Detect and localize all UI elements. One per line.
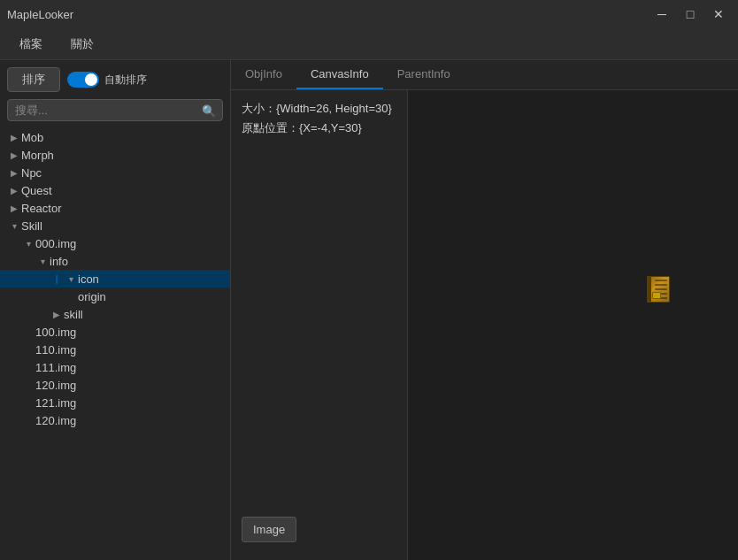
arrow-000img: ▾ bbox=[21, 236, 35, 250]
main-layout: 排序 自動排序 🔍 ▶ Mob ▶ Morph bbox=[0, 60, 738, 560]
arrow-mob: ▶ bbox=[7, 130, 21, 144]
tree-item-npc[interactable]: ▶ Npc bbox=[0, 164, 230, 181]
label-icon: icon bbox=[78, 272, 99, 286]
window-controls: ─ □ ✕ bbox=[650, 5, 731, 23]
menubar: 檔案 關於 bbox=[0, 28, 738, 60]
label-info: info bbox=[50, 255, 68, 268]
origin-property: 原點位置：{X=-4,Y=30} bbox=[242, 120, 396, 136]
arrow-130img bbox=[21, 413, 35, 427]
book-spine bbox=[648, 277, 651, 302]
search-icon: 🔍 bbox=[202, 104, 216, 118]
image-section: Image bbox=[231, 510, 407, 560]
menu-about[interactable]: 關於 bbox=[65, 33, 99, 56]
tree-item-origin[interactable]: origin bbox=[0, 288, 230, 305]
toolbar: 排序 自動排序 bbox=[0, 60, 230, 99]
arrow-120img bbox=[21, 378, 35, 392]
tree-item-110img[interactable]: 110.img bbox=[0, 341, 230, 358]
image-label: Image bbox=[242, 517, 296, 542]
sort-button[interactable]: 排序 bbox=[7, 67, 60, 92]
tree-item-121img[interactable]: 121.img bbox=[0, 394, 230, 411]
canvas-properties: 大小：{Width=26, Height=30} 原點位置：{X=-4,Y=30… bbox=[231, 90, 407, 510]
auto-sort-toggle[interactable] bbox=[67, 72, 99, 88]
arrow-icon2: ▾ bbox=[64, 272, 78, 286]
arrow-skill: ▾ bbox=[7, 219, 21, 233]
label-quest: Quest bbox=[21, 184, 52, 197]
arrow-icon: | bbox=[50, 272, 64, 286]
label-reactor: Reactor bbox=[21, 202, 62, 215]
size-property: 大小：{Width=26, Height=30} bbox=[242, 101, 396, 117]
label-110img: 110.img bbox=[35, 343, 76, 357]
sprite-container bbox=[647, 276, 670, 303]
menu-file[interactable]: 檔案 bbox=[14, 33, 48, 56]
tree-item-reactor[interactable]: ▶ Reactor bbox=[0, 199, 230, 217]
book-line-3 bbox=[655, 288, 667, 290]
auto-sort-toggle-wrapper: 自動排序 bbox=[67, 72, 147, 88]
right-panel: ObjInfo CanvasInfo ParentInfo 大小：{Width=… bbox=[231, 60, 738, 560]
arrow-quest: ▶ bbox=[7, 183, 21, 197]
tab-canvasinfo[interactable]: CanvasInfo bbox=[296, 60, 383, 89]
book-line-2 bbox=[655, 284, 667, 286]
image-preview bbox=[408, 90, 738, 560]
label-130img: 120.img bbox=[35, 414, 76, 427]
sprite-book bbox=[647, 276, 670, 303]
label-121img: 121.img bbox=[35, 396, 76, 410]
tab-objinfo[interactable]: ObjInfo bbox=[231, 60, 296, 89]
tree-container[interactable]: ▶ Mob ▶ Morph ▶ Npc ▶ Quest ▶ Reactor bbox=[0, 128, 230, 560]
label-morph: Morph bbox=[21, 149, 54, 162]
tree-item-000img[interactable]: ▾ 000.img bbox=[0, 234, 230, 252]
arrow-100img bbox=[21, 325, 35, 339]
right-content: 大小：{Width=26, Height=30} 原點位置：{X=-4,Y=30… bbox=[231, 90, 738, 560]
arrow-skill-child: ▶ bbox=[50, 307, 64, 321]
preview-canvas bbox=[408, 90, 738, 560]
arrow-121img bbox=[21, 395, 35, 410]
book-label bbox=[652, 292, 661, 299]
app-title: MapleLooker bbox=[7, 8, 73, 21]
label-skill-child: skill bbox=[64, 308, 83, 321]
titlebar: MapleLooker ─ □ ✕ bbox=[0, 0, 738, 28]
info-panel: 大小：{Width=26, Height=30} 原點位置：{X=-4,Y=30… bbox=[231, 90, 408, 560]
label-npc: Npc bbox=[21, 166, 42, 180]
tree-item-130img[interactable]: 120.img bbox=[0, 411, 230, 429]
tree-item-120img[interactable]: 120.img bbox=[0, 376, 230, 394]
tree-item-icon[interactable]: | ▾ icon bbox=[0, 270, 230, 288]
label-120img: 120.img bbox=[35, 379, 76, 392]
label-111img: 111.img bbox=[35, 361, 76, 374]
maximize-button[interactable]: □ bbox=[678, 5, 703, 23]
info-tabs: ObjInfo CanvasInfo ParentInfo bbox=[231, 60, 738, 90]
auto-sort-label: 自動排序 bbox=[104, 73, 147, 88]
toggle-knob bbox=[85, 73, 97, 86]
tree-item-info[interactable]: ▾ info bbox=[0, 252, 230, 270]
arrow-npc: ▶ bbox=[7, 165, 21, 180]
tree-item-morph[interactable]: ▶ Morph bbox=[0, 146, 230, 164]
label-skill: Skill bbox=[21, 219, 42, 233]
arrow-morph: ▶ bbox=[7, 148, 21, 162]
book-line-1 bbox=[655, 280, 667, 281]
label-origin: origin bbox=[78, 290, 106, 303]
tree-item-111img[interactable]: 111.img bbox=[0, 358, 230, 376]
tree-item-100img[interactable]: 100.img bbox=[0, 323, 230, 341]
arrow-110img bbox=[21, 342, 35, 357]
minimize-button[interactable]: ─ bbox=[650, 5, 674, 23]
tree-item-mob[interactable]: ▶ Mob bbox=[0, 128, 230, 146]
label-100img: 100.img bbox=[35, 326, 76, 339]
tree-item-skill-child[interactable]: ▶ skill bbox=[0, 305, 230, 323]
label-000img: 000.img bbox=[35, 237, 76, 250]
label-mob: Mob bbox=[21, 131, 43, 144]
tab-parentinfo[interactable]: ParentInfo bbox=[383, 60, 465, 89]
tree-item-skill[interactable]: ▾ Skill bbox=[0, 217, 230, 234]
arrow-reactor: ▶ bbox=[7, 201, 21, 215]
close-button[interactable]: ✕ bbox=[706, 5, 731, 23]
arrow-111img bbox=[21, 360, 35, 374]
tree-item-quest[interactable]: ▶ Quest bbox=[0, 181, 230, 199]
left-panel: 排序 自動排序 🔍 ▶ Mob ▶ Morph bbox=[0, 60, 231, 560]
search-input[interactable] bbox=[7, 99, 223, 121]
search-wrapper: 🔍 bbox=[0, 99, 230, 128]
arrow-info: ▾ bbox=[35, 254, 50, 268]
arrow-origin bbox=[64, 289, 78, 303]
